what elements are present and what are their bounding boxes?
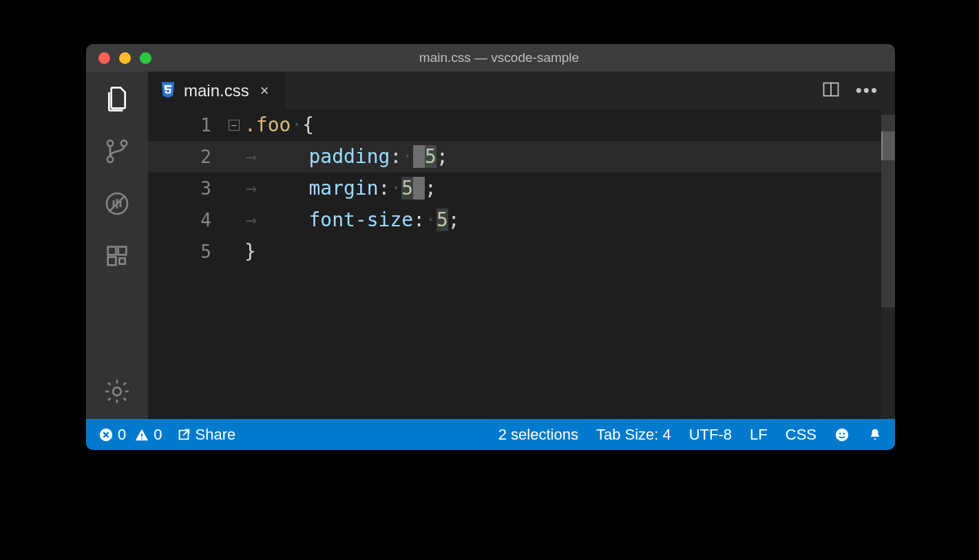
- brace-open: {: [302, 114, 314, 136]
- source-control-tab[interactable]: [102, 136, 132, 166]
- css-property: font-size: [308, 208, 413, 231]
- line-number: 3: [148, 173, 224, 204]
- tab-filename: main.css: [184, 81, 249, 100]
- window-title: main.css — vscode-sample: [151, 50, 895, 65]
- line-number: 1: [148, 109, 224, 141]
- svg-point-9: [113, 387, 121, 396]
- code-line: 3 → margin:·5 ;: [148, 173, 895, 204]
- css-value: 5: [425, 145, 436, 168]
- activity-bar: [86, 72, 148, 419]
- warning-icon: [134, 427, 149, 442]
- zoom-window-button[interactable]: [140, 52, 151, 64]
- tab-bar: main.css × •••: [148, 72, 895, 109]
- css-value: 5: [436, 208, 448, 231]
- css-value: 5: [401, 177, 413, 200]
- fold-toggle[interactable]: −: [224, 120, 244, 131]
- close-window-button[interactable]: [98, 52, 110, 64]
- svg-rect-16: [141, 438, 143, 439]
- svg-rect-7: [108, 257, 116, 266]
- explorer-tab[interactable]: [102, 84, 132, 114]
- bell-icon: [867, 427, 883, 442]
- brace-close: }: [244, 240, 256, 263]
- share-icon: [176, 427, 191, 442]
- split-editor-button[interactable]: [821, 80, 841, 102]
- code-line: 4 → font-size:·5;: [148, 204, 895, 236]
- svg-rect-8: [119, 258, 125, 263]
- split-icon: [821, 80, 841, 99]
- status-share[interactable]: Share: [176, 426, 236, 444]
- titlebar: main.css — vscode-sample: [86, 44, 895, 72]
- svg-point-18: [839, 432, 841, 434]
- code-line: 5 }: [148, 236, 895, 268]
- svg-point-19: [843, 432, 845, 434]
- no-bug-icon: [103, 190, 131, 217]
- svg-point-1: [121, 140, 127, 146]
- cursor: [413, 177, 425, 200]
- status-selections[interactable]: 2 selections: [498, 426, 578, 444]
- workbench-body: main.css × ••• 1 − .foo·{ 2: [86, 72, 895, 419]
- status-eol[interactable]: LF: [750, 426, 768, 444]
- code-line: 2 → padding:· 5;: [148, 141, 895, 173]
- css-property: padding: [308, 145, 390, 168]
- minimap[interactable]: [881, 109, 895, 419]
- error-icon: [98, 427, 114, 442]
- vscode-window: main.css — vscode-sample: [86, 44, 895, 450]
- line-number: 5: [148, 236, 224, 268]
- gear-icon: [103, 378, 131, 405]
- status-problems[interactable]: 0 0: [98, 426, 162, 444]
- svg-point-2: [107, 157, 113, 162]
- settings-tab[interactable]: [102, 376, 132, 407]
- traffic-lights: [98, 52, 151, 64]
- svg-rect-6: [118, 247, 127, 255]
- line-number: 2: [148, 141, 224, 173]
- extensions-tab[interactable]: [102, 241, 132, 271]
- more-actions-button[interactable]: •••: [856, 80, 878, 101]
- code-editor[interactable]: 1 − .foo·{ 2 → padding:· 5; 3 → margin:·…: [148, 109, 895, 419]
- line-number: 4: [148, 204, 224, 236]
- branch-icon: [103, 138, 131, 165]
- editor-group: main.css × ••• 1 − .foo·{ 2: [148, 72, 895, 419]
- overview-marker: [881, 131, 895, 160]
- status-tab-size[interactable]: Tab Size: 4: [596, 426, 671, 444]
- status-feedback[interactable]: [834, 427, 850, 442]
- cursor: [413, 145, 425, 168]
- warning-count: 0: [154, 426, 162, 444]
- tab-main-css[interactable]: main.css ×: [148, 72, 286, 109]
- css-selector: .foo: [244, 114, 291, 136]
- svg-rect-5: [108, 247, 116, 255]
- status-notifications[interactable]: [867, 427, 883, 442]
- css-property: margin: [308, 177, 378, 200]
- css-file-icon: [160, 82, 176, 100]
- svg-rect-15: [141, 433, 143, 437]
- tab-close-button[interactable]: ×: [257, 82, 272, 100]
- extensions-icon: [103, 242, 131, 270]
- status-share-label: Share: [196, 426, 236, 444]
- error-count: 0: [118, 426, 126, 444]
- debug-tab[interactable]: [102, 189, 132, 219]
- files-icon: [103, 85, 131, 113]
- smiley-icon: [834, 427, 850, 442]
- status-encoding[interactable]: UTF-8: [689, 426, 732, 444]
- svg-point-0: [107, 140, 113, 146]
- svg-line-4: [109, 195, 125, 211]
- svg-point-17: [836, 428, 848, 440]
- status-bar: 0 0 Share 2 selections Tab Size: 4 UTF-8…: [86, 419, 895, 450]
- code-line: 1 − .foo·{: [148, 109, 895, 141]
- minimize-window-button[interactable]: [119, 52, 131, 64]
- editor-actions: •••: [821, 80, 895, 102]
- status-language[interactable]: CSS: [786, 426, 817, 444]
